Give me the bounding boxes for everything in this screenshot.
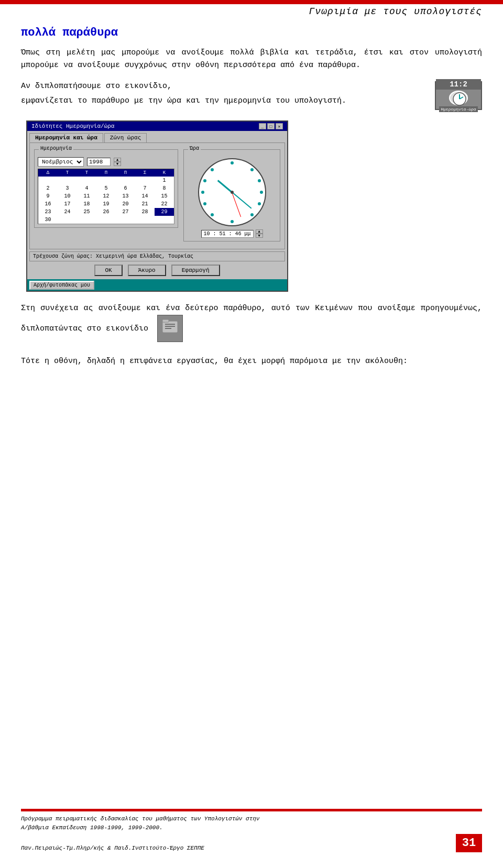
cal-cell[interactable]	[58, 177, 77, 184]
cal-cell[interactable]: 11	[77, 192, 96, 200]
cal-cell[interactable]: 20	[116, 200, 135, 208]
clock-dot-1	[250, 168, 254, 171]
cal-cell-selected[interactable]: 29	[155, 208, 174, 216]
cal-cell[interactable]: 7	[135, 184, 155, 192]
dialog-body: Ημερομηνία Νοέμβριος ▲ ▼	[29, 142, 285, 249]
date-section: Ημερομηνία Νοέμβριος ▲ ▼	[34, 149, 178, 245]
cal-cell[interactable]	[116, 177, 135, 184]
cal-cell[interactable]: 16	[38, 200, 58, 208]
clock-dot-12	[231, 161, 234, 164]
ok-button[interactable]: ΟΚ	[94, 265, 122, 276]
page-number: 31	[456, 834, 482, 852]
time-spinbox: ▲ ▼	[256, 229, 263, 238]
cal-cell[interactable]	[135, 216, 155, 224]
cal-cell[interactable]: 5	[96, 184, 116, 192]
cal-cell[interactable]: 9	[38, 192, 58, 200]
close-btn[interactable]: ✕	[276, 123, 283, 129]
time-section-title: Ώρα	[188, 146, 201, 151]
clock-dot-2	[258, 179, 261, 182]
year-spinbox: ▲ ▼	[114, 158, 121, 166]
month-year-row: Νοέμβριος ▲ ▼	[38, 157, 174, 167]
cal-cell[interactable]: 19	[96, 200, 116, 208]
cal-cell[interactable]: 23	[38, 208, 58, 216]
tab-date-time[interactable]: Ημερομηνία και ώρα	[29, 133, 103, 142]
time-up-arrow[interactable]: ▲	[256, 229, 263, 234]
cal-cell[interactable]: 17	[58, 200, 77, 208]
footer-line1: Πρόγραμμα πειραματικής διδασκαλίας του μ…	[21, 815, 482, 823]
cal-cell[interactable]	[58, 216, 77, 224]
cal-cell[interactable]: 8	[155, 184, 174, 192]
clock-svg	[450, 92, 469, 106]
cal-cell[interactable]	[96, 177, 116, 184]
cal-cell[interactable]: 6	[116, 184, 135, 192]
dialog-titlebar: Ιδιότητες Ημερομηνία/ώρα _ □ ✕	[27, 122, 287, 131]
cal-cell[interactable]	[38, 177, 58, 184]
footer-line3: Παν.Πειραιώς-Τμ.Πληρ/κής & Παιδ.Ινστιτού…	[21, 844, 204, 853]
year-down-arrow[interactable]: ▼	[114, 162, 121, 166]
calendar: Δ Τ Τ Π Π Σ Κ	[38, 169, 174, 224]
cal-cell[interactable]: 13	[116, 192, 135, 200]
col-sat: Σ	[135, 170, 155, 175]
clock-dot-4	[258, 202, 261, 205]
cal-cell[interactable]: 30	[38, 216, 58, 224]
keimena-icon-inline	[157, 315, 183, 342]
cal-cell[interactable]: 28	[135, 208, 155, 216]
footer-line2: Α/βάθμια Εκπαίδευση 1998-1999, 1999-2000…	[21, 823, 482, 832]
apply-button[interactable]: Εφαρμογή	[171, 265, 220, 276]
cal-cell[interactable]: 14	[135, 192, 155, 200]
dialog-two-col: Ημερομηνία Νοέμβριος ▲ ▼	[34, 149, 280, 245]
cal-grid: 1 2 3 4 5 6 7 8 9 10	[38, 177, 174, 224]
year-up-arrow[interactable]: ▲	[114, 158, 121, 162]
year-input[interactable]	[87, 158, 111, 166]
maximize-btn[interactable]: □	[267, 123, 275, 129]
cal-cell[interactable]: 21	[135, 200, 155, 208]
cal-cell[interactable]: 26	[96, 208, 116, 216]
clock-dot-8	[203, 202, 206, 205]
section2-paragraph2: Τότε η οθόνη, δηλαδή η επιφάνεια εργασία…	[21, 355, 482, 368]
top-red-bar	[0, 0, 503, 4]
cal-cell[interactable]: 22	[155, 200, 174, 208]
time-input[interactable]	[201, 230, 254, 238]
cal-cell[interactable]: 10	[58, 192, 77, 200]
cal-cell[interactable]: 2	[38, 184, 58, 192]
cal-header: Δ Τ Τ Π Π Σ Κ	[38, 169, 174, 177]
cal-cell[interactable]: 15	[155, 192, 174, 200]
clock-dot-10	[203, 179, 206, 182]
footer-bottom-row: Παν.Πειραιώς-Τμ.Πληρ/κής & Παιδ.Ινστιτού…	[21, 834, 482, 852]
paragraph-1: Όπως στη μελέτη μας μπορούμε να ανοίξουμ…	[21, 47, 482, 72]
time-down-arrow[interactable]: ▼	[256, 234, 263, 238]
cal-cell[interactable]	[77, 177, 96, 184]
col-sun: Κ	[155, 170, 174, 175]
cal-cell[interactable]: 18	[77, 200, 96, 208]
date-section-title: Ημερομηνία	[39, 146, 73, 151]
month-select[interactable]: Νοέμβριος	[38, 157, 84, 167]
cancel-button[interactable]: Άκυρο	[128, 265, 166, 276]
page-footer: Πρόγραμμα πειραματικής διδασκαλίας του μ…	[21, 809, 482, 852]
cal-cell[interactable]: 24	[58, 208, 77, 216]
start-button[interactable]: Αρχή/φυτοπάκας μου	[29, 281, 94, 290]
date-section-box: Ημερομηνία Νοέμβριος ▲ ▼	[34, 149, 178, 228]
titlebar-buttons: _ □ ✕	[259, 123, 283, 129]
col-thu: Π	[96, 170, 116, 175]
clock-dot-7	[211, 213, 214, 216]
cal-cell[interactable]	[96, 216, 116, 224]
svg-rect-4	[162, 320, 169, 322]
minimize-btn[interactable]: _	[259, 123, 266, 129]
cal-cell[interactable]	[135, 177, 155, 184]
cal-cell[interactable]	[155, 216, 174, 224]
section-heading: πολλά παράθυρα	[21, 26, 482, 39]
cal-cell[interactable]: 27	[116, 208, 135, 216]
cal-cell[interactable]: 1	[155, 177, 174, 184]
cal-cell[interactable]: 3	[58, 184, 77, 192]
paragraph-2-part1: Αν διπλοπατήσουμε στο εικονίδιο,	[21, 80, 429, 93]
cal-cell[interactable]: 25	[77, 208, 96, 216]
cal-cell[interactable]	[77, 216, 96, 224]
svg-rect-3	[162, 321, 178, 333]
clock-symbol	[449, 91, 468, 105]
cal-cell[interactable]: 4	[77, 184, 96, 192]
cal-cell[interactable]	[116, 216, 135, 224]
datetime-icon-time: 11:2	[436, 79, 481, 90]
dialog-screenshot: Ιδιότητες Ημερομηνία/ώρα _ □ ✕ Ημερομηνί…	[26, 120, 288, 292]
tab-timezone[interactable]: Ζώνη ώρας	[104, 133, 147, 142]
cal-cell[interactable]: 12	[96, 192, 116, 200]
